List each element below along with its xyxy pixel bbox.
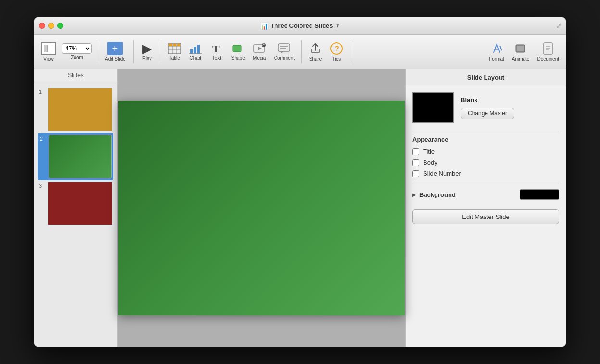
format-icon	[490, 42, 503, 55]
panel-header: Slide Layout	[406, 69, 566, 85]
svg-rect-11	[194, 47, 196, 54]
animate-label: Animate	[512, 56, 530, 61]
master-info: Blank Change Master	[461, 97, 514, 119]
svg-rect-27	[517, 46, 524, 51]
comment-label: Comment	[274, 55, 295, 61]
edit-master-slide-button[interactable]: Edit Master Slide	[412, 209, 559, 224]
minimize-button[interactable]	[48, 23, 54, 29]
slide-item-3[interactable]: 3	[38, 180, 113, 227]
title-bar: 📊 Three Colored Slides ▼ ⤢	[34, 17, 566, 35]
background-disclosure[interactable]: ▶ Background	[412, 191, 516, 198]
slide-thumbnail-3	[48, 182, 112, 225]
svg-rect-8	[173, 44, 176, 46]
layout-master: Blank Change Master	[412, 92, 559, 123]
svg-rect-0	[44, 45, 47, 52]
slide-thumbnail-2	[49, 135, 112, 178]
body-checkbox[interactable]	[412, 159, 419, 166]
tips-icon: ?	[330, 42, 343, 55]
svg-rect-19	[278, 44, 290, 51]
app-icon: 📊	[260, 22, 268, 30]
add-slide-button[interactable]: + Add Slide	[101, 40, 129, 63]
right-panel: Slide Layout Blank Change Master Appeara…	[405, 69, 566, 347]
view-label: View	[43, 56, 54, 61]
right-toolbar: Format Animate Document	[486, 40, 562, 63]
zoom-select[interactable]: 47% 25% 50% 75% 100%	[62, 43, 92, 54]
close-button[interactable]	[39, 23, 45, 29]
traffic-lights	[39, 23, 63, 29]
slides-list: 1 2 3	[34, 82, 117, 347]
document-icon	[541, 42, 555, 55]
view-icon	[41, 42, 56, 55]
body-checkbox-row[interactable]: Body	[412, 159, 559, 166]
expand-button[interactable]: ⤢	[556, 23, 561, 29]
section-divider-1	[412, 131, 559, 131]
svg-rect-9	[177, 44, 180, 46]
tips-button[interactable]: ? Tips	[327, 40, 346, 63]
slide-canvas[interactable]	[118, 101, 405, 315]
toolbar: View 47% 25% 50% 75% 100% Zoom + Add Sli…	[34, 35, 566, 69]
comment-button[interactable]: Comment	[271, 41, 298, 62]
slides-panel: Slides 1 2 3	[34, 69, 118, 347]
main-content: Slides 1 2 3	[34, 69, 566, 347]
slide-thumbnail-1	[48, 88, 112, 131]
chart-button[interactable]: Chart	[186, 41, 205, 62]
divider-3	[161, 40, 161, 63]
shape-button[interactable]: Shape	[228, 41, 248, 62]
slides-header: Slides	[34, 69, 117, 82]
app-window: 📊 Three Colored Slides ▼ ⤢ View 47% 25% …	[34, 17, 566, 347]
svg-rect-10	[190, 49, 193, 54]
share-button[interactable]: Share	[306, 40, 325, 63]
svg-marker-22	[280, 51, 283, 53]
svg-text:T: T	[212, 43, 220, 54]
share-icon	[309, 42, 322, 55]
document-button[interactable]: Document	[534, 40, 562, 63]
add-slide-label: Add Slide	[105, 56, 125, 61]
table-button[interactable]: Table	[165, 41, 184, 62]
section-divider-2	[412, 184, 559, 184]
divider-5	[350, 40, 350, 63]
text-label: Text	[212, 55, 221, 61]
chart-icon	[189, 43, 202, 54]
shape-label: Shape	[231, 55, 245, 61]
svg-marker-17	[258, 47, 262, 50]
fullscreen-button[interactable]	[57, 23, 63, 29]
tips-label: Tips	[332, 56, 341, 61]
background-arrow-icon: ▶	[412, 192, 416, 197]
media-button[interactable]: Media	[250, 41, 269, 62]
table-icon	[168, 43, 181, 54]
view-button[interactable]: View	[38, 40, 59, 63]
comment-icon	[277, 43, 291, 54]
add-slide-icon: +	[107, 42, 123, 55]
animate-button[interactable]: Animate	[509, 40, 533, 63]
slide-number-checkbox-label: Slide Number	[423, 170, 461, 177]
divider-1	[97, 40, 97, 63]
format-label: Format	[489, 56, 504, 61]
panel-content: Blank Change Master Appearance Title Bod…	[406, 85, 566, 347]
title-checkbox[interactable]	[412, 148, 419, 155]
slide-number-3: 3	[39, 182, 45, 189]
slide-item-1[interactable]: 1	[38, 86, 113, 133]
svg-rect-15	[233, 45, 241, 52]
canvas-area[interactable]	[118, 69, 405, 347]
background-color-swatch[interactable]	[520, 189, 559, 200]
slide-item-2[interactable]: 2	[38, 133, 113, 180]
play-icon: ▶	[142, 42, 152, 55]
shape-icon	[231, 43, 245, 54]
background-section: ▶ Background	[412, 189, 559, 200]
text-icon: T	[210, 43, 224, 54]
format-button[interactable]: Format	[486, 40, 507, 63]
divider-4	[301, 40, 302, 63]
svg-rect-12	[197, 45, 200, 54]
text-button[interactable]: T Text	[207, 41, 226, 62]
master-thumbnail	[412, 92, 454, 123]
media-label: Media	[253, 55, 266, 61]
title-checkbox-row[interactable]: Title	[412, 148, 559, 155]
play-button[interactable]: ▶ Play	[138, 40, 157, 63]
title-dropdown-icon[interactable]: ▼	[336, 23, 340, 28]
share-label: Share	[309, 56, 322, 61]
slide-number-checkbox-row[interactable]: Slide Number	[412, 170, 559, 177]
change-master-button[interactable]: Change Master	[461, 108, 514, 119]
slide-number-checkbox[interactable]	[412, 170, 419, 177]
chart-label: Chart	[190, 55, 201, 61]
svg-text:?: ?	[335, 45, 339, 53]
